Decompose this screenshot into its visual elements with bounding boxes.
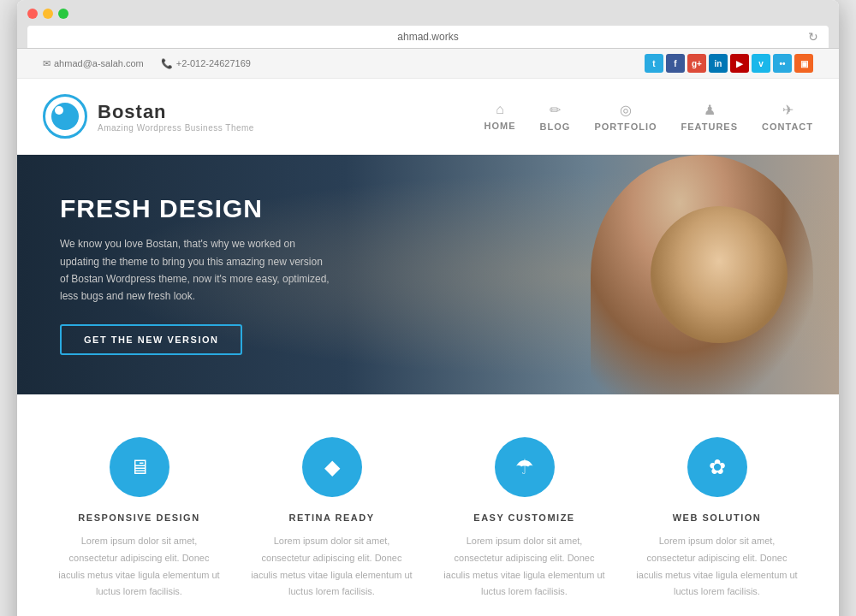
feature-retina-desc: Lorem ipsum dolor sit amet, consectetur …	[248, 533, 415, 601]
twitter-icon[interactable]: t	[645, 54, 663, 73]
googleplus-icon[interactable]: g+	[687, 54, 706, 73]
email-icon: ✉	[43, 58, 51, 69]
feature-websolution-desc: Lorem ipsum dolor sit amet, consectetur …	[633, 533, 800, 601]
feature-customize-title: EASY CUSTOMIZE	[441, 512, 608, 523]
email-info: ✉ ahmad@a-salah.com	[43, 58, 144, 69]
site-header: Bostan Amazing Wordpress Business Theme …	[17, 79, 839, 155]
nav-home[interactable]: ⌂ HOME	[484, 102, 516, 131]
feature-websolution-title: WEB SOLUTION	[633, 512, 800, 523]
nav-portfolio-label: PORTFOLIO	[594, 121, 657, 132]
feature-responsive: 🖥 RESPONSIVE DESIGN Lorem ipsum dolor si…	[43, 437, 235, 601]
website-content: ✉ ahmad@a-salah.com 📞 +2-012-24627169 t …	[17, 49, 839, 616]
browser-chrome: ahmad.works ↻	[17, 0, 839, 49]
top-bar: ✉ ahmad@a-salah.com 📞 +2-012-24627169 t …	[17, 49, 839, 79]
features-icon: ♟	[704, 102, 716, 118]
hero-image-area	[428, 155, 839, 394]
customize-icon-circle: ☂	[495, 437, 555, 497]
main-nav: ⌂ HOME ✏ BLOG ◎ PORTFOLIO ♟ FEATURES ✈	[484, 102, 813, 132]
brand-name: Bostan	[98, 101, 254, 123]
phone-text: +2-012-24627169	[176, 58, 251, 68]
monitor-icon: 🖥	[129, 455, 150, 479]
youtube-icon[interactable]: ▶	[730, 54, 749, 73]
rss-icon[interactable]: ▣	[794, 54, 813, 73]
contact-icon: ✈	[782, 102, 794, 118]
logo-text: Bostan Amazing Wordpress Business Theme	[98, 101, 254, 133]
person-head	[651, 206, 788, 343]
feature-customize-desc: Lorem ipsum dolor sit amet, consectetur …	[441, 533, 608, 601]
features-section: 🖥 RESPONSIVE DESIGN Lorem ipsum dolor si…	[17, 394, 839, 616]
facebook-icon[interactable]: f	[666, 54, 685, 73]
feature-retina-title: RETINA READY	[248, 512, 415, 523]
hero-section: FRESH DESIGN We know you love Bostan, th…	[17, 155, 839, 394]
other-icon[interactable]: ••	[773, 54, 792, 73]
logo-area: Bostan Amazing Wordpress Business Theme	[43, 94, 254, 139]
phone-info: 📞 +2-012-24627169	[161, 58, 251, 69]
nav-contact-label: CONTACT	[762, 121, 813, 132]
logo-inner	[51, 103, 79, 130]
maximize-button[interactable]	[58, 9, 68, 19]
nav-features[interactable]: ♟ FEATURES	[681, 102, 738, 132]
social-icons-bar: t f g+ in ▶ v •• ▣	[645, 54, 813, 73]
feature-retina: ◆ RETINA READY Lorem ipsum dolor sit ame…	[235, 437, 428, 601]
feature-websolution: ✿ WEB SOLUTION Lorem ipsum dolor sit ame…	[621, 437, 813, 601]
hero-title: FRESH DESIGN	[60, 194, 334, 223]
browser-dots	[27, 9, 829, 19]
address-bar[interactable]: ahmad.works ↻	[27, 26, 829, 48]
close-button[interactable]	[27, 9, 38, 19]
home-icon: ⌂	[496, 102, 504, 117]
phone-icon: 📞	[161, 58, 173, 69]
feature-customize: ☂ EASY CUSTOMIZE Lorem ipsum dolor sit a…	[428, 437, 621, 601]
flower-icon: ✿	[709, 455, 726, 479]
umbrella-icon: ☂	[515, 455, 534, 479]
websolution-icon-circle: ✿	[687, 437, 747, 497]
logo-circle	[43, 94, 87, 139]
browser-window: ahmad.works ↻ ✉ ahmad@a-salah.com 📞 +2-0…	[17, 0, 839, 616]
contact-info: ✉ ahmad@a-salah.com 📞 +2-012-24627169	[43, 58, 251, 69]
brand-tagline: Amazing Wordpress Business Theme	[98, 123, 254, 133]
url-display: ahmad.works	[62, 31, 794, 43]
feature-responsive-title: RESPONSIVE DESIGN	[56, 512, 223, 523]
vimeo-icon[interactable]: v	[752, 54, 770, 73]
email-text: ahmad@a-salah.com	[54, 58, 144, 68]
hero-description: We know you love Bostan, that's why we w…	[60, 235, 334, 305]
reload-button[interactable]: ↻	[808, 30, 818, 44]
blog-icon: ✏	[550, 102, 561, 118]
feature-responsive-desc: Lorem ipsum dolor sit amet, consectetur …	[56, 533, 223, 601]
nav-contact[interactable]: ✈ CONTACT	[762, 102, 813, 132]
nav-blog[interactable]: ✏ BLOG	[540, 102, 571, 132]
nav-portfolio[interactable]: ◎ PORTFOLIO	[594, 102, 657, 132]
linkedin-icon[interactable]: in	[709, 54, 728, 73]
nav-features-label: FEATURES	[681, 121, 738, 132]
diamond-icon: ◆	[324, 455, 340, 479]
portfolio-icon: ◎	[620, 102, 632, 118]
responsive-icon-circle: 🖥	[110, 437, 169, 497]
nav-blog-label: BLOG	[540, 121, 571, 132]
minimize-button[interactable]	[43, 9, 53, 19]
hero-cta-button[interactable]: GET THE NEW VERSION	[60, 324, 242, 355]
retina-icon-circle: ◆	[302, 437, 362, 497]
nav-home-label: HOME	[484, 121, 516, 131]
hero-content: FRESH DESIGN We know you love Bostan, th…	[17, 194, 377, 355]
